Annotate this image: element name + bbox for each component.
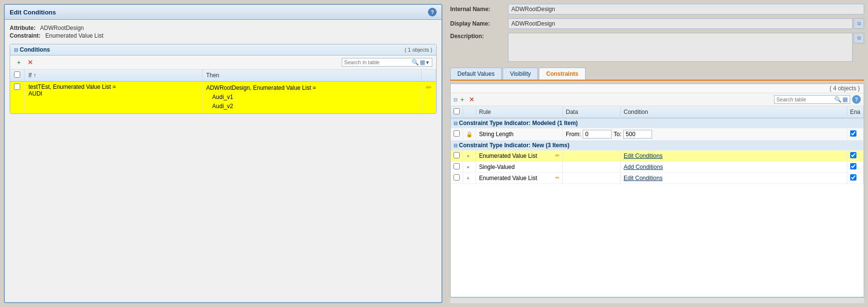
internal-name-row: Internal Name:: [450, 4, 864, 14]
sv-checkbox[interactable]: [454, 163, 460, 169]
constraints-objects-count: ( 4 objects ): [451, 84, 864, 93]
evl2-enabled-cell: [847, 173, 863, 184]
edit-conditions-dialog: Edit Conditions ? Attribute: ADWRootDesi…: [4, 4, 442, 303]
constraints-grid-icon[interactable]: ▦: [842, 96, 848, 103]
constraints-search-input[interactable]: [776, 97, 834, 102]
star-icon-1: ✦: [466, 154, 470, 159]
edit-cell[interactable]: ✏: [422, 82, 436, 113]
if-text: testTEst, Enumerated Value List =: [28, 84, 198, 90]
row-checkbox-cell: [10, 82, 25, 113]
evl-enabled-cell: [847, 151, 863, 162]
constraints-select-all[interactable]: [454, 108, 460, 114]
constraint-label: Constraint:: [10, 32, 40, 39]
evl2-checkbox-cell: [451, 173, 463, 184]
constraint-row-evl2: ✦ Enumerated Value List ✏ Edit Condition…: [451, 173, 864, 184]
evl-checkbox-cell: [451, 151, 463, 162]
sl-enabled-checkbox[interactable]: [850, 130, 856, 137]
evl2-data-cell: [563, 173, 621, 184]
evl-enabled-checkbox[interactable]: [850, 152, 856, 158]
search-icon[interactable]: 🔍: [412, 59, 419, 66]
evl2-enabled-checkbox[interactable]: [850, 174, 856, 181]
constraints-search-box: 🔍 ▦: [774, 95, 850, 104]
attribute-label: Attribute:: [10, 25, 36, 31]
from-to-container: From: To:: [566, 130, 844, 139]
search-input[interactable]: [344, 59, 412, 65]
tab-constraints[interactable]: Constraints: [539, 68, 586, 81]
group-header-cell-new: ⊟ Constraint Type Indicator: New (3 Item…: [451, 140, 864, 151]
collapse-icon[interactable]: ⊟: [14, 47, 18, 53]
row-checkbox[interactable]: [14, 84, 20, 90]
description-input[interactable]: [508, 33, 853, 62]
sv-enabled-checkbox[interactable]: [850, 163, 856, 169]
sv-enabled-cell: [847, 162, 863, 173]
edit-pencil-icon[interactable]: ✏: [426, 84, 432, 91]
cth-rule: Rule: [476, 106, 563, 118]
help-icon[interactable]: ?: [428, 8, 437, 16]
evl2-checkbox[interactable]: [454, 174, 460, 181]
evl2-pencil-icon[interactable]: ✏: [555, 175, 560, 181]
conditions-header: ⊟ Conditions ( 1 objects ): [10, 44, 436, 56]
sl-rule-cell: String Length: [476, 128, 563, 140]
add-constraint-button[interactable]: +: [457, 95, 467, 104]
to-input[interactable]: [623, 130, 652, 139]
cth-data: Data: [563, 106, 621, 118]
evl-checkbox[interactable]: [454, 152, 460, 158]
scrollbar[interactable]: [450, 297, 864, 303]
cth-enabled: Ena: [847, 106, 863, 118]
grid-icon[interactable]: ▦: [420, 59, 425, 66]
group1-collapse-icon[interactable]: ⊟: [454, 121, 457, 126]
cth-condition: Condition: [621, 106, 847, 118]
constraints-collapse-icon[interactable]: ⊟: [454, 97, 457, 102]
sv-condition-cell: Add Conditions: [621, 162, 847, 173]
th-if: If ↑: [25, 70, 202, 82]
conditions-title: ⊟ Conditions: [14, 46, 50, 53]
evl2-condition-cell: Edit Conditions: [621, 173, 847, 184]
display-name-input[interactable]: [508, 18, 853, 29]
th-then: Then: [202, 70, 421, 82]
display-name-copy-btn[interactable]: ⧉: [854, 18, 864, 29]
group2-collapse-icon[interactable]: ⊟: [454, 143, 457, 148]
constraints-table: Rule Data Condition Ena ⊟ Constraint Typ…: [451, 106, 864, 184]
evl-pencil-icon[interactable]: ✏: [555, 153, 560, 159]
internal-name-input[interactable]: [508, 4, 864, 14]
tab-default-values[interactable]: Default Values: [450, 68, 502, 80]
sv-rule-cell: Single-Valued: [476, 162, 563, 173]
dialog-title: Edit Conditions: [10, 9, 56, 16]
conditions-section: ⊟ Conditions ( 1 objects ) + ✕ 🔍 ▦ ▼: [10, 44, 437, 114]
evl2-star-cell: ✦: [463, 173, 476, 184]
conditions-table: If ↑ Then testTEst, Enumerated Value Lis…: [10, 70, 436, 113]
constraint-row-sv: ✦ Single-Valued Add Conditions: [451, 162, 864, 173]
add-conditions-link[interactable]: Add Conditions: [624, 164, 663, 170]
description-row: Description: ⧉: [450, 33, 864, 62]
attribute-value: ADWRootDesign: [40, 25, 84, 31]
remove-condition-button[interactable]: ✕: [26, 57, 35, 67]
search-box: 🔍 ▦ ▼: [342, 58, 432, 67]
star-icon-2: ✦: [466, 165, 470, 170]
to-label: To:: [614, 131, 621, 138]
constraints-help-btn[interactable]: ?: [852, 95, 861, 104]
from-input[interactable]: [583, 130, 612, 139]
sl-lock-cell: 🔒: [463, 128, 476, 140]
evl-star-cell: ✦: [463, 151, 476, 162]
group-header-modeled: ⊟ Constraint Type Indicator: Modeled (1 …: [451, 118, 864, 128]
evl-data-cell: [563, 151, 621, 162]
right-panel: Internal Name: Display Name: ⧉ Descripti…: [446, 0, 868, 307]
description-copy-btn[interactable]: ⧉: [854, 33, 864, 43]
chevron-down-icon[interactable]: ▼: [425, 60, 430, 65]
from-label: From:: [566, 131, 581, 138]
edit-conditions-link-2[interactable]: Edit Conditions: [624, 175, 663, 181]
edit-conditions-link-1[interactable]: Edit Conditions: [624, 153, 663, 159]
select-all-checkbox[interactable]: [14, 71, 20, 78]
tab-visibility[interactable]: Visibility: [503, 68, 538, 80]
remove-constraint-button[interactable]: ✕: [467, 95, 477, 104]
sl-checkbox[interactable]: [454, 130, 460, 137]
attribute-row: Attribute: ADWRootDesign: [10, 25, 437, 31]
add-condition-button[interactable]: +: [14, 57, 24, 67]
constraints-header-row: Rule Data Condition Ena: [451, 106, 864, 118]
table-header-row: If ↑ Then: [10, 70, 436, 82]
constraints-search-icon[interactable]: 🔍: [834, 96, 841, 103]
star-icon-3: ✦: [466, 176, 470, 181]
group-header-new: ⊟ Constraint Type Indicator: New (3 Item…: [451, 140, 864, 151]
lock-icon: 🔒: [466, 131, 473, 137]
objects-count: ( 1 objects ): [405, 47, 432, 53]
